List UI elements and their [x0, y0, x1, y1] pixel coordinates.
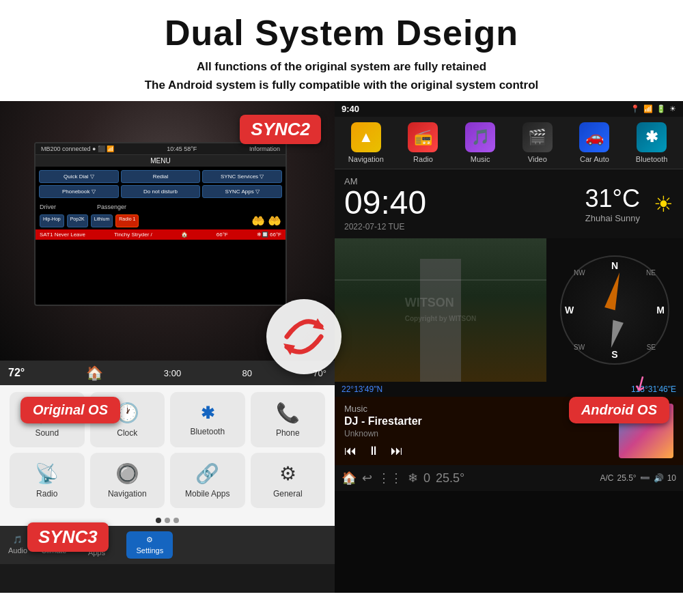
android-status-icons: 📍 📶 🔋 ☀: [630, 104, 676, 113]
nav-item-video[interactable]: 🎬 Video: [510, 122, 565, 163]
page-header: Dual System Dseign All functions of the …: [0, 0, 683, 101]
nav-item-carauto[interactable]: 🚗 Car Auto: [567, 122, 622, 163]
sync2-info: Information: [249, 145, 280, 152]
nav-label-carauto: Car Auto: [580, 155, 609, 163]
android-status-time: 9:40: [342, 104, 359, 114]
sync2-btn-phonebook[interactable]: Phonebook ▽: [39, 185, 119, 198]
sync2-button-grid: Quick Dial ▽ Redial SYNC Services ▽ Phon…: [36, 167, 285, 201]
android-bottom-nav-icons: 🏠 ↩ ⋮⋮ ❄ 0 25.5°: [342, 471, 464, 486]
page-title: Dual System Dseign: [14, 12, 669, 53]
sync3-settings-tab[interactable]: ⚙ Settings: [126, 531, 173, 559]
sync3-audio-tab[interactable]: 🎵 Audio: [8, 535, 27, 555]
compass-west: W: [565, 305, 574, 316]
sync2-screen: MB200 connected ● ⬛ 📶 10:45 58°F Informa…: [34, 142, 287, 306]
sync2-menu-title: MENU: [36, 155, 285, 167]
sound-label: Sound: [35, 428, 59, 438]
navigation-icon: 🔘: [115, 462, 139, 485]
android-compass: N S W M NE NW SE SW: [546, 238, 683, 382]
sync2-pop2k[interactable]: Pop2K: [67, 214, 88, 227]
nav-item-bluetooth[interactable]: ✱ Bluetooth: [624, 122, 679, 163]
video-nav-icon: 🎬: [522, 122, 553, 152]
swap-arrow-svg: [273, 306, 335, 367]
android-bottom-controls: A/C 25.5° ➖ 🔊 10: [600, 473, 676, 483]
navigation-nav-icon: ▲: [351, 122, 381, 152]
android-clock-section: AM 09:40 2022-07-12 TUE: [344, 176, 572, 232]
grid-bottom-icon[interactable]: ⋮⋮: [378, 471, 402, 486]
brightness-icon: ☀: [669, 104, 676, 113]
temp-right-display: 25.5°: [617, 473, 636, 483]
sync3-icon-general[interactable]: ⚙ General: [251, 453, 326, 508]
sync3-dot-3: [173, 518, 179, 523]
sun-weather-icon: ☀: [654, 191, 673, 217]
settings-label: Settings: [136, 546, 163, 555]
sync2-home-icon[interactable]: 🏠: [181, 232, 188, 238]
navigation-label: Navigation: [108, 489, 147, 499]
compass-south: S: [611, 349, 617, 360]
compass-nw: NW: [574, 269, 585, 277]
sync3-icon-mobile-apps[interactable]: 🔗 Mobile Apps: [170, 453, 245, 508]
swap-arrows: [266, 299, 355, 388]
sync2-status-temp: 66°F: [217, 232, 228, 238]
sync2-radio1[interactable]: Radio 1: [115, 214, 139, 227]
location-icon: 📍: [630, 104, 640, 113]
android-city: Zhuhai Sunny: [585, 213, 640, 223]
compass-sw: SW: [574, 344, 585, 351]
arrow-circle: [266, 299, 342, 374]
sync2-btn-quickdial[interactable]: Quick Dial ▽: [39, 170, 119, 183]
sync3-temp-left: 72°: [8, 367, 25, 379]
nav-label-video: Video: [528, 155, 547, 163]
ac-icon[interactable]: A/C: [600, 473, 613, 483]
fan-speed-value: 0: [423, 471, 430, 486]
carauto-nav-icon: 🚗: [579, 122, 609, 152]
sync2-badge: SYNC2: [240, 115, 321, 144]
volume-minus-icon[interactable]: ➖: [640, 473, 650, 483]
android-clock-row: AM 09:40 2022-07-12 TUE 31°C Zhuhai Sunn…: [335, 169, 683, 238]
right-panel: 9:40 📍 📶 🔋 ☀ ▲ Navigation 📻 Radio: [335, 101, 683, 593]
music-next-button[interactable]: ⏭: [391, 444, 403, 458]
sync2-btn-dnd[interactable]: Do not disturb: [121, 185, 201, 198]
sync2-lithium[interactable]: Lithium: [91, 214, 113, 227]
radio-icon: 📡: [35, 462, 59, 485]
general-label: General: [273, 489, 303, 499]
sync3-time: 3:00: [164, 368, 181, 378]
phone-icon: 📞: [276, 402, 300, 424]
back-bottom-icon[interactable]: ↩: [362, 471, 372, 486]
sync2-driver-passenger: Driver Passenger: [36, 201, 285, 212]
sync2-passenger-icon: 🤲: [268, 214, 281, 227]
sync2-hiphop[interactable]: Hip-Hop: [40, 214, 64, 227]
sync3-icon-navigation[interactable]: 🔘 Navigation: [90, 453, 165, 508]
music-pause-button[interactable]: ⏸: [367, 444, 380, 458]
compass-se: SE: [647, 344, 656, 351]
temp-left-value: 25.5°: [436, 471, 464, 486]
sync2-btn-apps[interactable]: SYNC Apps ▽: [202, 185, 282, 198]
sync3-icon-bluetooth[interactable]: ✱ Bluetooth: [170, 392, 245, 447]
nav-item-music[interactable]: 🎵 Music: [453, 122, 507, 163]
compass-north: N: [611, 260, 618, 271]
music-prev-button[interactable]: ⏮: [344, 444, 357, 458]
home-bottom-icon[interactable]: 🏠: [342, 471, 357, 486]
sync2-connected: MB200 connected ● ⬛ 📶: [41, 145, 115, 152]
map-horizon: [335, 279, 546, 281]
sync2-media-row: Hip-Hop Pop2K Lithium Radio 1 🤲 🤲: [36, 212, 285, 229]
android-os-badge: Android OS: [569, 397, 669, 423]
compass-needle-south: [606, 320, 624, 350]
sync2-passenger-label: Passenger: [97, 204, 126, 210]
general-icon: ⚙: [279, 462, 296, 485]
sync2-btn-services[interactable]: SYNC Services ▽: [202, 170, 282, 183]
sync2-status-icons: ❄🔲 66°F: [257, 232, 281, 238]
witson-watermark: WITSONCopyright by WITSON: [405, 296, 476, 324]
sync3-icon-radio[interactable]: 📡 Radio: [10, 453, 85, 508]
sync2-btn-redial[interactable]: Redial: [121, 170, 201, 183]
compass-east: M: [656, 305, 665, 316]
settings-icon: ⚙: [146, 535, 153, 544]
audio-icon: 🎵: [13, 535, 23, 544]
sync3-home-icon[interactable]: 🏠: [86, 365, 103, 381]
mobile-apps-label: Mobile Apps: [185, 489, 229, 499]
radio-nav-icon: 📻: [408, 122, 438, 152]
nav-item-radio[interactable]: 📻 Radio: [395, 122, 450, 163]
nav-item-navigation[interactable]: ▲ Navigation: [339, 122, 393, 163]
android-map-view[interactable]: WITSONCopyright by WITSON: [335, 238, 546, 382]
sync3-icon-phone[interactable]: 📞 Phone: [251, 392, 326, 447]
bluetooth-icon: ✱: [201, 404, 214, 423]
wifi-icon: 📶: [643, 104, 653, 113]
